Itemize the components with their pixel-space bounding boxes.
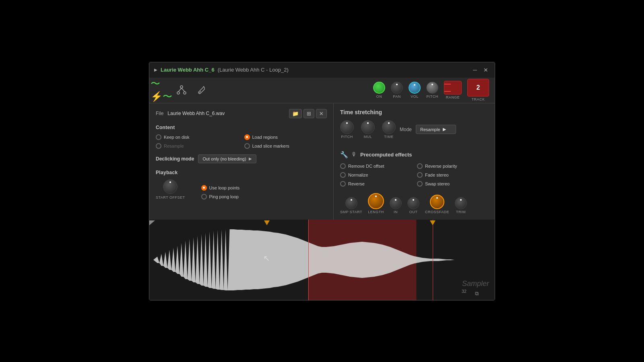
use-loop-points-option[interactable]: Use loop points [201, 185, 240, 191]
mode-dropdown[interactable]: Resample ▶ [416, 125, 456, 134]
length-group: LENGTH [368, 193, 384, 214]
out-group: OUT [407, 197, 419, 214]
load-slice-label: Load slice markers [252, 144, 289, 148]
waveform-icon: 〜⚡〜 [151, 77, 172, 103]
declicking-row: Declicking mode Out only (no bleeding) ▶ [156, 154, 327, 163]
titlebar: ▶ Laurie Webb Ahh C_6 (Laurie Webb Ahh C… [149, 62, 495, 78]
ts-mul-knob[interactable] [361, 120, 375, 134]
ts-mul-knob-group: MUL [361, 120, 375, 139]
settings-tool-button[interactable] [195, 84, 208, 97]
remove-dc-radio[interactable] [340, 163, 346, 169]
declicking-value: Out only (no bleeding) [202, 156, 246, 161]
svg-marker-10 [264, 220, 270, 225]
vol-knob-group: VOL [409, 82, 421, 99]
waveform-svg [149, 220, 495, 300]
length-knob[interactable] [368, 193, 384, 209]
fade-stereo-option[interactable]: Fade stereo [417, 172, 488, 178]
keep-on-disk-option[interactable]: Keep on disk [156, 134, 239, 140]
clear-file-button[interactable]: ✕ [316, 109, 327, 118]
range-button[interactable]: — — [444, 81, 462, 95]
ping-pong-radio[interactable] [201, 194, 207, 200]
load-regions-option[interactable]: Load regions [244, 134, 327, 140]
use-loop-points-radio[interactable] [201, 185, 207, 191]
smp-start-knob[interactable] [345, 197, 357, 209]
normalize-radio[interactable] [340, 172, 346, 178]
minimize-button[interactable]: ─ [471, 67, 479, 73]
titlebar-controls: ─ ✕ [471, 67, 490, 73]
main-window: ▶ Laurie Webb Ahh C_6 (Laurie Webb Ahh C… [149, 62, 495, 300]
file-buttons: 📁 ⊞ ✕ [289, 109, 327, 118]
reverse-polarity-radio[interactable] [417, 163, 423, 169]
loop-start-marker[interactable] [264, 220, 270, 227]
load-slice-radio[interactable] [244, 143, 250, 149]
use-loop-points-label: Use loop points [209, 185, 240, 190]
pan-label: PAN [393, 95, 400, 99]
ts-time-label: TIME [384, 135, 394, 139]
range-label: RANGE [446, 95, 460, 99]
keep-on-disk-radio[interactable] [156, 134, 161, 140]
trim-label: TRIM [456, 210, 466, 214]
out-knob[interactable] [407, 197, 419, 209]
trim-knob[interactable] [455, 197, 467, 209]
declicking-dropdown[interactable]: Out only (no bleeding) ▶ [198, 154, 256, 163]
toolbar: 〜⚡〜 ON [149, 78, 495, 103]
normalize-option[interactable]: Normalize [340, 172, 411, 178]
browse-button[interactable]: ⊞ [303, 109, 314, 118]
swap-stereo-option[interactable]: Swap stereo [417, 181, 488, 187]
resample-radio[interactable] [156, 143, 161, 149]
open-folder-button[interactable]: 📁 [289, 109, 302, 118]
track-group: 2 TRACK [467, 79, 489, 101]
pitch-label: PITCH [426, 95, 438, 99]
ts-pitch-knob[interactable] [340, 120, 354, 134]
svg-point-1 [177, 92, 180, 94]
crossfade-knob[interactable] [430, 195, 444, 209]
svg-point-2 [184, 92, 186, 94]
mode-arrow-icon: ▶ [443, 127, 446, 132]
swap-stereo-radio[interactable] [417, 181, 423, 187]
ts-time-knob[interactable] [382, 120, 396, 134]
pitch-knob[interactable] [426, 82, 438, 94]
mic-icon: 🎙 [351, 151, 357, 158]
load-slice-option[interactable]: Load slice markers [244, 143, 327, 149]
reverse-option[interactable]: Reverse [340, 181, 411, 187]
routing-icon [176, 85, 187, 95]
on-knob[interactable] [373, 82, 385, 94]
content-options: Keep on disk Load regions Resample Load … [156, 134, 327, 149]
ping-pong-option[interactable]: Ping pong loop [201, 194, 240, 200]
expand-arrow-icon[interactable]: ▶ [154, 68, 157, 72]
waveform-container: Sampler ↖ 32 ⧉ [149, 220, 495, 300]
right-panel: Time stretching PITCH MUL TIME [334, 103, 495, 220]
window-title-sub: (Laurie Webb Ahh C - Loop_2) [218, 67, 289, 73]
waveform-tool-button[interactable]: 〜⚡〜 [155, 84, 168, 97]
on-knob-group: ON [373, 82, 385, 99]
loop-end-marker[interactable] [430, 220, 436, 227]
fade-stereo-radio[interactable] [417, 172, 423, 178]
track-number: 2 [477, 84, 480, 91]
track-button[interactable]: 2 [467, 79, 489, 97]
start-offset-knob[interactable] [163, 179, 178, 194]
resample-option[interactable]: Resample [156, 143, 239, 149]
length-label: LENGTH [368, 210, 384, 214]
remove-dc-option[interactable]: Remove DC offset [340, 163, 411, 169]
reverse-radio[interactable] [340, 181, 346, 187]
file-row: File Laurie Webb Ahh C_6.wav 📁 ⊞ ✕ [156, 109, 327, 118]
svg-line-3 [178, 88, 182, 92]
vol-knob[interactable] [409, 82, 421, 94]
toolbar-right: ON PAN VOL PITCH — — RANGE [373, 79, 489, 101]
routing-tool-button[interactable] [175, 84, 188, 97]
waveform-copy-icon[interactable]: ⧉ [475, 290, 479, 297]
mode-label: Mode [400, 127, 412, 132]
pan-knob[interactable] [391, 82, 403, 94]
svg-point-0 [180, 86, 183, 88]
file-name: Laurie Webb Ahh C_6.wav [167, 111, 285, 116]
load-regions-radio[interactable] [244, 134, 250, 140]
precomputed-title: Precomputed effects [360, 152, 412, 158]
in-knob[interactable] [390, 197, 402, 209]
mode-value: Resample [420, 127, 440, 132]
pitch-knob-group: PITCH [426, 82, 438, 99]
keep-on-disk-label: Keep on disk [164, 135, 190, 140]
time-stretching-title: Time stretching [340, 109, 488, 115]
reverse-polarity-option[interactable]: Reverse polarity [417, 163, 488, 169]
waveform-num: 32 [462, 289, 466, 294]
close-button[interactable]: ✕ [482, 67, 490, 73]
